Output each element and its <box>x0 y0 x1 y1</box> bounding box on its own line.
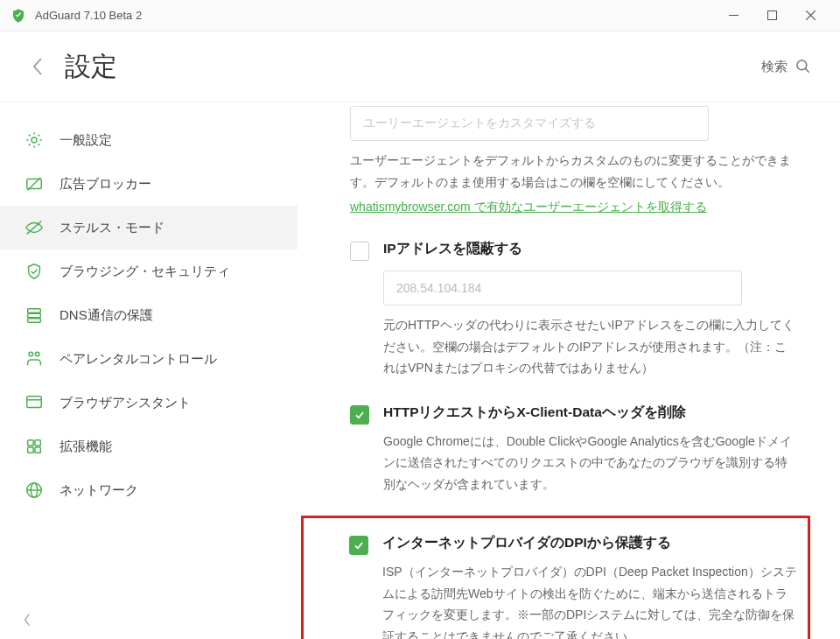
sidebar-item-label: DNS通信の保護 <box>60 307 153 324</box>
svg-rect-20 <box>35 447 40 453</box>
svg-rect-18 <box>35 440 40 446</box>
user-agent-desc: ユーザーエージェントをデフォルトからカスタムのものに変更することができます。デフ… <box>350 150 796 193</box>
sidebar-item-browsing-security[interactable]: ブラウジング・セキュリティ <box>0 249 298 293</box>
hide-ip-row: IPアドレスを隠蔽する 208.54.104.184 元のHTTPヘッダの代わり… <box>350 240 796 379</box>
svg-rect-12 <box>28 319 41 323</box>
svg-rect-15 <box>27 397 42 408</box>
sidebar-item-extensions[interactable]: 拡張機能 <box>0 425 298 468</box>
app-logo-icon <box>10 8 26 24</box>
adblock-icon <box>24 174 44 193</box>
sidebar-item-label: ブラウジング・セキュリティ <box>60 263 230 280</box>
sidebar-item-general[interactable]: 一般設定 <box>0 118 298 162</box>
shield-icon <box>24 262 44 281</box>
titlebar: AdGuard 7.10 Beta 2 <box>0 0 840 32</box>
sidebar-item-adblocker[interactable]: 広告ブロッカー <box>0 162 298 206</box>
page-header: 設定 検索 <box>0 32 840 102</box>
svg-rect-11 <box>28 313 41 318</box>
dpi-desc: ISP（インターネットプロバイダ）のDPI（Deep Packet Inspec… <box>382 561 799 639</box>
sidebar-item-network[interactable]: ネットワーク <box>0 468 298 512</box>
xclientdata-checkbox[interactable] <box>350 405 369 425</box>
close-button[interactable] <box>791 0 830 32</box>
stealth-icon <box>24 218 44 237</box>
svg-point-6 <box>32 137 37 143</box>
dpi-row: インターネットプロバイダのDPIから保護する ISP（インターネットプロバイダ）… <box>312 534 799 639</box>
sidebar-item-label: 一般設定 <box>60 132 112 149</box>
sidebar-item-dns[interactable]: DNS通信の保護 <box>0 293 298 337</box>
maximize-button[interactable] <box>752 0 791 32</box>
search-icon <box>794 58 812 75</box>
content-pane: ユーリーエージェントをカスタマイズする ユーザーエージェントをデフォルトからカス… <box>298 102 840 639</box>
sidebar-item-label: 広告ブロッカー <box>60 176 151 193</box>
browser-icon <box>24 393 44 412</box>
svg-line-5 <box>806 69 809 73</box>
sidebar-item-label: ブラウザアシスタント <box>60 395 191 411</box>
user-agent-input[interactable]: ユーリーエージェントをカスタマイズする <box>350 106 709 141</box>
svg-point-4 <box>797 60 807 70</box>
search-label: 検索 <box>761 59 788 75</box>
dpi-title: インターネットプロバイダのDPIから保護する <box>382 534 799 552</box>
minimize-button[interactable] <box>714 0 752 32</box>
svg-rect-10 <box>28 309 41 313</box>
hide-ip-placeholder: 208.54.104.184 <box>396 281 481 295</box>
sidebar-item-parental[interactable]: ペアレンタルコントロール <box>0 337 298 381</box>
dpi-checkbox[interactable] <box>349 536 368 555</box>
hide-ip-input[interactable]: 208.54.104.184 <box>383 270 742 305</box>
svg-rect-19 <box>28 447 33 453</box>
sidebar-item-label: ネットワーク <box>60 482 138 499</box>
sidebar-collapse-button[interactable] <box>21 611 38 628</box>
sidebar-item-label: ペアレンタルコントロール <box>60 351 217 368</box>
parental-icon <box>24 349 44 369</box>
page-title: 設定 <box>65 49 761 85</box>
hide-ip-desc: 元のHTTPヘッダの代わりに表示させたいIPアドレスをこの欄に入力してください。… <box>383 314 796 379</box>
gear-icon <box>24 130 44 150</box>
sidebar-item-label: 拡張機能 <box>60 439 112 455</box>
dpi-highlight-box: インターネットプロバイダのDPIから保護する ISP（インターネットプロバイダ）… <box>301 516 810 639</box>
xclientdata-row: HTTPリクエストからX-Client-Dataヘッダを削除 Google Ch… <box>350 404 796 495</box>
svg-point-14 <box>35 352 39 356</box>
xclientdata-desc: Google Chromeには、Double ClickやGoogle Anal… <box>383 431 796 495</box>
svg-rect-1 <box>767 11 776 20</box>
svg-point-13 <box>29 352 33 356</box>
user-agent-placeholder: ユーリーエージェントをカスタマイズする <box>363 116 596 131</box>
page-body: 一般設定 広告ブロッカー ステルス・モード ブラウジング・セキュリティ DNS通 <box>0 102 840 639</box>
sidebar-item-assistant[interactable]: ブラウザアシスタント <box>0 381 298 425</box>
titlebar-title: AdGuard 7.10 Beta 2 <box>35 9 714 22</box>
hide-ip-checkbox[interactable] <box>350 242 369 261</box>
hide-ip-title: IPアドレスを隠蔽する <box>383 240 796 258</box>
back-button[interactable] <box>28 57 47 76</box>
user-agent-link[interactable]: whatismybrowser.com で有効なユーザーエージェントを取得する <box>350 200 707 215</box>
globe-icon <box>24 481 44 500</box>
sidebar: 一般設定 広告ブロッカー ステルス・モード ブラウジング・セキュリティ DNS通 <box>0 102 298 639</box>
sidebar-item-label: ステルス・モード <box>60 220 164 236</box>
search-button[interactable]: 検索 <box>761 58 812 75</box>
svg-rect-17 <box>28 440 33 446</box>
xclientdata-title: HTTPリクエストからX-Client-Dataヘッダを削除 <box>383 404 796 422</box>
sidebar-item-stealth[interactable]: ステルス・モード <box>0 206 298 249</box>
grid-icon <box>24 437 44 456</box>
dns-icon <box>24 305 44 325</box>
